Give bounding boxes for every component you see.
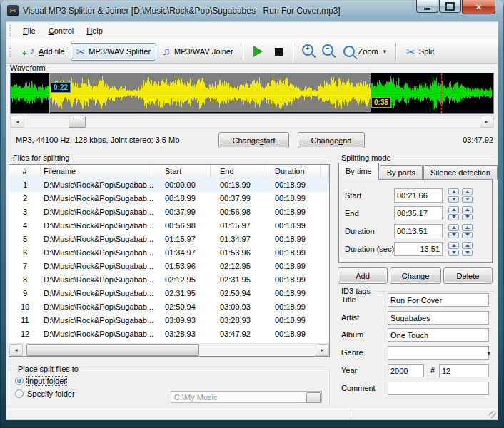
spin-up-icon[interactable] [448, 206, 459, 213]
toolbar-separator [293, 43, 294, 60]
table-row[interactable]: 10D:\Music\Rock&Pop\Sugabab...02:50.9403… [9, 300, 329, 314]
add-button[interactable]: Add [338, 268, 388, 284]
spin-up-icon[interactable] [462, 224, 473, 231]
resize-grip-icon[interactable] [489, 411, 496, 418]
tab-by-parts[interactable]: By parts [380, 165, 423, 180]
table-row[interactable]: 8D:\Music\Rock&Pop\Sugabab...02:12.9502:… [9, 273, 329, 287]
waveform-canvas[interactable] [11, 73, 492, 112]
table-row[interactable]: 9D:\Music\Rock&Pop\Sugabab...02:31.9502:… [9, 287, 329, 300]
spin-down-icon[interactable] [448, 232, 459, 239]
spin-down-icon[interactable] [462, 250, 473, 257]
column-start[interactable]: Start [153, 165, 211, 178]
scrollbar-thumb[interactable] [26, 344, 199, 356]
waveform-scrollbar[interactable]: ◄ ► [10, 115, 494, 128]
duration-spinner-seconds[interactable] [462, 224, 473, 238]
specify-folder-option[interactable]: Specify folder [15, 389, 75, 398]
title-bar[interactable]: ✂ Visual MP3 Splitter & Joiner [D:\Music… [0, 0, 504, 21]
zoom-in-button[interactable]: + [302, 44, 313, 56]
column-end[interactable]: End [211, 165, 266, 178]
duration-sec-spinner-int[interactable] [448, 242, 459, 256]
table-row[interactable]: 4D:\Music\Rock&Pop\Sugabab...00:56.9801:… [9, 219, 329, 233]
mp3-wav-joiner-button[interactable]: ♫ MP3/WAV Joiner [156, 42, 239, 61]
table-row[interactable]: 3D:\Music\Rock&Pop\Sugabab...00:37.9900:… [9, 205, 329, 219]
genre-select[interactable] [388, 346, 489, 360]
table-scrollbar[interactable]: ◄ ► [9, 343, 329, 356]
add-file-button[interactable]: ♪+ Add file [16, 42, 71, 61]
zoom-out-button[interactable]: − [322, 44, 333, 56]
spin-up-icon[interactable] [462, 242, 473, 249]
start-spinner-minutes[interactable] [448, 188, 459, 203]
table-row[interactable]: 12D:\Music\Rock&Pop\Sugabab...03:28.9303… [9, 327, 329, 341]
scrollbar-thumb[interactable] [69, 116, 86, 128]
table-row[interactable]: 2D:\Music\Rock&Pop\Sugabab...00:18.9900:… [9, 192, 329, 205]
track-input[interactable] [439, 364, 489, 377]
selection-end-marker[interactable]: 0:35 [371, 97, 391, 108]
artist-input[interactable] [388, 311, 489, 325]
duration-input[interactable] [394, 224, 443, 238]
radio-selected-icon[interactable] [15, 377, 24, 385]
close-button[interactable]: × [462, 0, 495, 14]
waveform-display[interactable]: 0:22 0:35 [10, 73, 494, 114]
end-spinner-seconds[interactable] [462, 206, 473, 220]
tab-by-time[interactable]: By time [338, 163, 379, 180]
change-end-button[interactable]: Change end [298, 132, 365, 148]
column-duration[interactable]: Duration [266, 165, 321, 178]
start-input[interactable] [394, 188, 443, 203]
radio-icon[interactable] [15, 389, 24, 398]
scroll-left-icon[interactable]: ◄ [9, 344, 23, 356]
maximize-button[interactable] [439, 0, 461, 13]
spin-up-icon[interactable] [462, 188, 473, 195]
menu-file[interactable]: File [16, 23, 42, 39]
menu-help[interactable]: Help [80, 23, 109, 39]
end-spinner-minutes[interactable] [448, 206, 459, 220]
table-cell: 00:18.99 [266, 192, 321, 205]
spin-down-icon[interactable] [448, 196, 459, 203]
scroll-right-icon[interactable]: ► [316, 344, 329, 356]
year-track-row: Year # [341, 364, 494, 377]
play-button[interactable] [253, 46, 263, 57]
selection-start-marker[interactable]: 0:22 [51, 82, 71, 93]
spin-down-icon[interactable] [462, 232, 473, 239]
delete-button[interactable]: Delete [443, 268, 493, 284]
duration-sec-spinner-frac[interactable] [462, 242, 473, 256]
spin-up-icon[interactable] [448, 224, 459, 231]
year-input[interactable] [388, 364, 424, 377]
change-start-button[interactable]: Change start [218, 132, 289, 148]
column-number[interactable]: # [9, 165, 41, 178]
spin-down-icon[interactable] [462, 196, 473, 203]
end-input[interactable] [394, 206, 443, 220]
spin-down-icon[interactable] [462, 214, 473, 221]
input-folder-option[interactable]: Input folder [15, 377, 66, 385]
scroll-left-icon[interactable]: ◄ [11, 116, 24, 128]
column-filename[interactable]: Filename [41, 165, 153, 178]
minimize-button[interactable] [416, 0, 438, 13]
table-row[interactable]: 1D:\Music\Rock&Pop\Sugabab...00:00.0000:… [9, 178, 329, 192]
scroll-right-icon[interactable]: ► [480, 116, 493, 128]
spin-down-icon[interactable] [448, 214, 459, 221]
table-row[interactable]: 7D:\Music\Rock&Pop\Sugabab...01:53.9602:… [9, 260, 329, 273]
spin-up-icon[interactable] [462, 206, 473, 213]
start-spinner-seconds[interactable] [462, 188, 473, 203]
folder-path-field[interactable]: C:\My Music [171, 391, 322, 403]
zoom-dropdown-button[interactable]: Zoom ▾ [338, 42, 393, 61]
selection-start-line[interactable] [49, 73, 50, 113]
menu-control[interactable]: Control [42, 23, 80, 39]
comment-input[interactable] [388, 382, 489, 395]
browse-button[interactable] [306, 392, 321, 403]
table-row[interactable]: 5D:\Music\Rock&Pop\Sugabab...01:15.9701:… [9, 233, 329, 246]
spin-up-icon[interactable] [448, 188, 459, 195]
duration-spinner-minutes[interactable] [448, 224, 459, 238]
change-button[interactable]: Change [390, 268, 441, 284]
table-row[interactable]: 6D:\Music\Rock&Pop\Sugabab...01:34.9701:… [9, 246, 329, 260]
table-row[interactable]: 11D:\Music\Rock&Pop\Sugabab...03:09.9303… [9, 314, 329, 327]
split-button[interactable]: ✂ Split [400, 43, 440, 61]
mp3-wav-splitter-button[interactable]: ✂ MP3/WAV Splitter [71, 43, 156, 61]
duration-sec-input[interactable] [394, 242, 443, 256]
spin-down-icon[interactable] [448, 250, 459, 257]
title-input[interactable] [388, 293, 489, 307]
stop-button[interactable] [275, 48, 283, 56]
chevron-down-icon[interactable]: ▾ [487, 350, 490, 357]
album-input[interactable] [388, 328, 489, 342]
spin-up-icon[interactable] [448, 242, 459, 249]
tab-silence-detection[interactable]: Silence detection [423, 165, 498, 180]
